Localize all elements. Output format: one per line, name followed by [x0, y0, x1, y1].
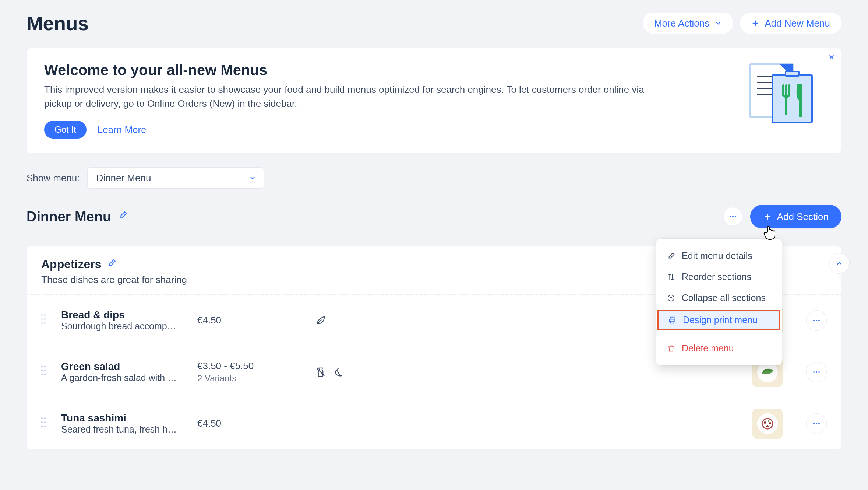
item-price-value: €4.50 — [197, 315, 315, 326]
leaf-icon — [315, 315, 326, 326]
popover-design-print[interactable]: Design print menu — [657, 310, 780, 330]
item-price-value: €4.50 — [197, 418, 315, 429]
svg-point-27 — [44, 318, 46, 320]
item-more-button[interactable] — [806, 310, 827, 331]
popover-edit-details-label: Edit menu details — [682, 251, 752, 261]
popover-design-print-label: Design print menu — [683, 315, 758, 325]
menu-select[interactable]: Dinner Menu — [87, 167, 264, 189]
item-labels — [315, 315, 440, 326]
welcome-title: Welcome to your all-new Menus — [44, 62, 670, 78]
svg-point-28 — [41, 322, 43, 324]
svg-point-46 — [813, 371, 815, 373]
welcome-banner: Welcome to your all-new Menus This impro… — [27, 48, 841, 153]
popover-collapse-label: Collapse all sections — [682, 293, 766, 303]
svg-point-16 — [732, 216, 734, 217]
menu-title-row: Dinner Menu Add Section Edit menu detail… — [27, 205, 841, 236]
section-collapse-button[interactable] — [829, 253, 850, 274]
learn-more-link[interactable]: Learn More — [98, 124, 147, 136]
collapse-icon — [667, 294, 675, 302]
welcome-illustration — [747, 62, 816, 125]
chili-icon — [333, 367, 344, 378]
chevron-down-icon — [249, 174, 256, 182]
menu-more-button[interactable] — [724, 207, 742, 226]
more-actions-button[interactable]: More Actions — [643, 13, 733, 34]
svg-point-54 — [44, 426, 46, 427]
menu-title-left: Dinner Menu — [27, 209, 127, 225]
item-name: Green salad — [61, 361, 197, 372]
add-section-label: Add Section — [777, 211, 829, 223]
item-price: €3.50 - €5.50 2 Variants — [197, 360, 315, 384]
menu-name: Dinner Menu — [27, 209, 111, 225]
item-text: Tuna sashimi Seared fresh tuna, fresh he… — [61, 412, 197, 435]
popover-delete-label: Delete menu — [682, 343, 734, 354]
pencil-icon[interactable] — [118, 211, 127, 223]
header-actions: More Actions Add New Menu — [643, 13, 841, 34]
pencil-icon — [667, 252, 675, 260]
drag-handle-icon[interactable] — [35, 314, 61, 327]
pencil-icon[interactable] — [107, 259, 116, 270]
dots-horizontal-icon — [812, 419, 821, 428]
svg-rect-9 — [786, 71, 799, 76]
item-text: Bread & dips Sourdough bread accompa… — [61, 309, 197, 332]
svg-rect-8 — [772, 75, 812, 122]
reorder-icon — [667, 273, 675, 281]
svg-point-20 — [668, 295, 674, 301]
popover-reorder[interactable]: Reorder sections — [656, 266, 782, 287]
menu-actions-popover: Edit menu details Reorder sections Colla… — [656, 239, 782, 365]
svg-point-34 — [813, 320, 815, 321]
item-labels — [315, 367, 440, 378]
page-title: Menus — [27, 12, 89, 35]
add-new-menu-label: Add New Menu — [765, 18, 830, 29]
add-section-button[interactable]: Add Section — [750, 205, 841, 228]
page-header: Menus More Actions Add New Menu — [27, 12, 841, 35]
svg-point-42 — [44, 374, 46, 375]
item-more — [806, 413, 827, 434]
drag-handle-icon[interactable] — [35, 417, 61, 430]
plus-icon — [751, 19, 759, 27]
item-more-button[interactable] — [806, 362, 827, 382]
svg-point-48 — [818, 371, 820, 373]
popover-delete[interactable]: Delete menu — [656, 338, 782, 359]
popover-edit-details[interactable]: Edit menu details — [656, 245, 782, 266]
popover-collapse[interactable]: Collapse all sections — [656, 287, 782, 308]
item-name: Bread & dips — [61, 309, 197, 321]
item-name: Tuna sashimi — [61, 412, 197, 424]
svg-point-62 — [813, 423, 815, 424]
svg-point-38 — [44, 366, 46, 367]
drag-handle-icon[interactable] — [35, 365, 61, 379]
chevron-up-icon — [835, 259, 843, 267]
svg-point-47 — [816, 371, 817, 373]
menu-selector-row: Show menu: Dinner Menu — [27, 167, 841, 189]
item-price: €4.50 — [197, 418, 315, 429]
section-title: Appetizers — [41, 258, 102, 271]
svg-point-39 — [41, 370, 43, 371]
no-dairy-icon — [315, 367, 326, 378]
svg-point-35 — [816, 320, 817, 321]
show-menu-label: Show menu: — [27, 172, 80, 184]
dots-horizontal-icon — [812, 368, 821, 377]
item-more-button[interactable] — [806, 413, 827, 434]
popover-separator — [656, 334, 782, 334]
add-new-menu-button[interactable]: Add New Menu — [740, 13, 841, 34]
svg-point-26 — [41, 318, 43, 320]
item-variants: 2 Variants — [197, 373, 315, 384]
welcome-text: Welcome to your all-new Menus This impro… — [44, 62, 670, 139]
item-desc: Sourdough bread accompa… — [61, 321, 179, 332]
item-more — [806, 362, 827, 382]
welcome-actions: Got It Learn More — [44, 121, 670, 139]
svg-point-59 — [769, 422, 771, 424]
welcome-description: This improved version makes it easier to… — [44, 83, 670, 111]
svg-point-61 — [768, 420, 769, 422]
menu-item-row[interactable]: Tuna sashimi Seared fresh tuna, fresh he… — [27, 398, 841, 449]
svg-point-24 — [41, 314, 43, 316]
item-desc: Seared fresh tuna, fresh her… — [61, 424, 179, 435]
svg-point-51 — [41, 421, 43, 423]
svg-point-52 — [44, 421, 46, 423]
svg-point-17 — [735, 216, 736, 217]
food-thumbnail — [752, 409, 783, 439]
got-it-button[interactable]: Got It — [44, 121, 87, 139]
menu-title-right: Add Section Edit menu details Reorder se… — [724, 205, 841, 228]
close-icon[interactable] — [828, 53, 835, 63]
item-desc: A garden-fresh salad with se… — [61, 372, 179, 383]
svg-point-50 — [44, 417, 46, 419]
